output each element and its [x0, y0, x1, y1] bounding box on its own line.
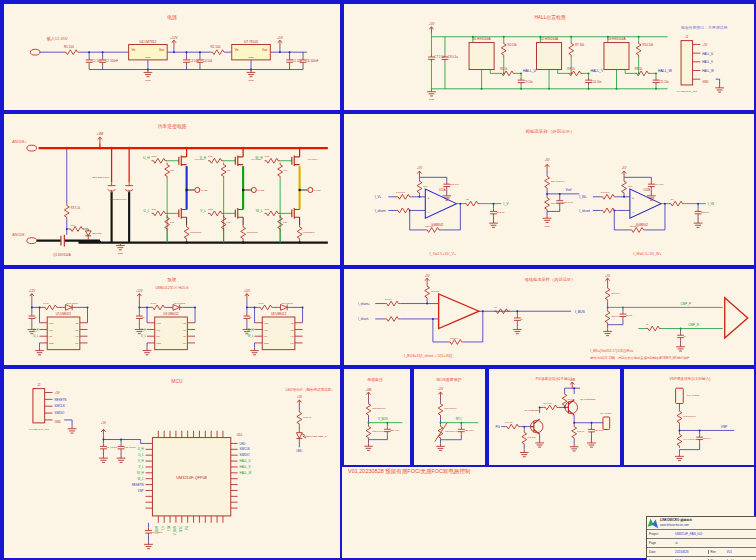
resistor-label: 10Ω — [208, 208, 213, 211]
divider-resistor-bottom — [677, 432, 682, 447]
gate-pulldown — [221, 163, 226, 179]
wires — [280, 161, 292, 243]
shunt-label: 10mΩ/2W — [190, 231, 202, 234]
divider-resistor — [605, 309, 610, 324]
net-label-5v: +5V — [621, 166, 626, 170]
resistor-label: 5.1k/1% — [396, 191, 406, 194]
resistor-label: 10k — [227, 221, 232, 224]
pin-name: GND — [49, 342, 54, 344]
net-label: I_W+ — [579, 195, 587, 199]
transistor-label: Q8 MMBT5551 — [580, 398, 596, 400]
pin-name: LO — [75, 342, 78, 344]
phase-pad — [308, 187, 313, 192]
pin-label: Vin — [235, 48, 239, 52]
pad-label: PAD1 — [201, 189, 208, 192]
section-title: MOS温度保护 — [437, 377, 462, 382]
hall-ic — [604, 43, 629, 70]
resistor-label: 51k/1% — [425, 225, 434, 228]
divider-resistor — [605, 286, 610, 301]
gate-pulldown — [165, 215, 170, 231]
output-resistor — [669, 201, 685, 206]
cap-label: 1u — [142, 316, 145, 319]
shunt-resistor — [184, 225, 189, 241]
net-label-12v: +12V — [28, 289, 35, 293]
led-resistor — [297, 410, 302, 426]
gnd-symbol — [675, 453, 684, 460]
pin-net: SWCLK — [54, 404, 64, 408]
net-label: I_V — [161, 526, 165, 531]
section-title: 电源 — [167, 14, 177, 20]
gnd-label: GND — [429, 98, 435, 101]
cap-label: 1u — [249, 316, 252, 319]
shunt-label: 10mΩ/2W — [247, 231, 259, 234]
panel-mos-temp: MOS温度保护 +5V R39 10k/1% NTC RT1 NTC-10K C… — [412, 367, 487, 467]
gnd-symbol — [676, 344, 685, 351]
net-label: HALL_W — [658, 69, 673, 73]
vsp-connector — [676, 388, 684, 403]
cap-label: C6 100nF — [306, 59, 319, 63]
resistor-label: 10k — [628, 185, 633, 188]
net-label: V_H — [200, 156, 207, 160]
net-label-vm: +VM — [569, 378, 575, 382]
net-label: U_L — [138, 453, 144, 457]
input-resistor — [601, 194, 617, 199]
anode-neg-connector — [27, 238, 37, 244]
connector-ref: J1 — [685, 35, 688, 39]
net-label: HALL_V — [240, 465, 251, 469]
resistor-label: 10k — [170, 221, 175, 224]
collector-resistor — [543, 405, 558, 410]
pin-name: LO — [183, 342, 186, 344]
mosfet-label: 40V/100A — [307, 158, 318, 161]
mosfet-low — [179, 208, 187, 219]
pin-name: VS — [183, 335, 187, 337]
gnd-symbol — [535, 440, 544, 447]
connector-pins — [693, 44, 701, 79]
pin-name: VB — [75, 322, 79, 324]
resistor-label: R5 1k — [500, 67, 508, 71]
gnd-symbol — [117, 455, 126, 462]
gate-pulldown — [278, 215, 283, 231]
page-value: 总 — [673, 541, 756, 545]
section-title: 母线电流采样（内部运放） — [525, 277, 576, 283]
panel-bus-voltage: 母线电压 +VM R33 120k/1% V_BUS R38 5.1k/1% C… — [342, 367, 412, 467]
gnd-symbol — [247, 70, 256, 77]
anode-neg-label: ANODE- — [12, 233, 26, 237]
gnd-symbol — [543, 215, 552, 222]
gate-resistor — [265, 211, 281, 216]
pin-net: HALL_V — [702, 60, 713, 64]
schematic-sheet: 电源 输入12-35V R1 100 C1 10u C2 100nF U4 LM… — [0, 0, 756, 560]
bootstrap-resistor — [43, 305, 58, 310]
hall-ic-ref: U1 HX6164A — [473, 37, 492, 41]
section-title: 预驱 — [167, 277, 177, 283]
power-flag-5v — [545, 164, 549, 170]
title-block: LINKOMICRO 凌鸥创芯 www.linkosemicon.com Pro… — [646, 516, 756, 560]
net-label: I_W — [167, 525, 171, 531]
resistor-label: 51 — [466, 198, 469, 201]
resistor-label: R43 10k/1% — [683, 415, 696, 417]
zener-diode — [85, 229, 91, 241]
gnd-symbol — [68, 426, 77, 433]
feedback-resistor — [425, 227, 441, 232]
net-label-out: I_W — [708, 202, 715, 206]
net-label-5v: +5V — [277, 36, 284, 40]
net-label-5v: +5V — [429, 22, 436, 26]
net-label: I_shunt — [375, 209, 386, 213]
resistor-label: R2 100 — [211, 45, 221, 49]
cap-label: C16 2.2uF — [151, 531, 163, 534]
cap-label: EC2 220uF/50V — [110, 198, 128, 201]
connector-ref: J2 — [37, 383, 40, 387]
net-label: V_L — [200, 209, 206, 213]
input-resistor — [396, 194, 412, 199]
net-label: W_H — [247, 328, 253, 332]
section-title: 相电流采样（外部运放） — [525, 129, 574, 134]
shunt-resistor — [241, 225, 246, 241]
pin-label: GND — [145, 56, 151, 59]
pin-net: RESETN — [54, 398, 66, 402]
section-title: PG速度反馈(转子输出) — [536, 376, 573, 381]
pin-name: VCC — [264, 322, 269, 324]
opamp-circuit-w: I_W+ I_shunt 5.1k/1% 10k +5V C14 104 + −… — [579, 166, 715, 256]
resistor-label: R33 120k/1% — [372, 407, 386, 409]
pin-name: LIN — [49, 335, 53, 337]
connector-label: P2 AWG26 — [600, 412, 612, 414]
net-label: VSP — [138, 489, 144, 493]
